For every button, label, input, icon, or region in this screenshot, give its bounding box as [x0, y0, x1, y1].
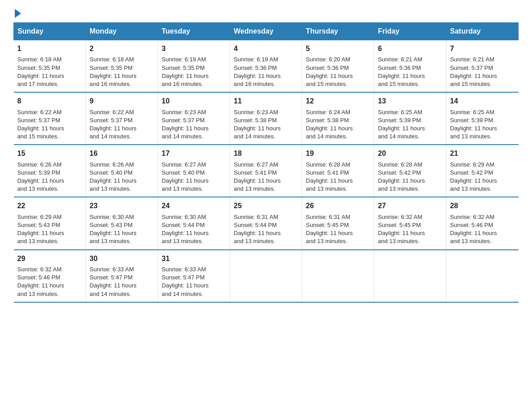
day-number: 16: [90, 149, 154, 158]
day-info: Sunrise: 6:21 AMSunset: 5:37 PMDaylight:…: [450, 56, 497, 87]
day-number: 25: [234, 201, 298, 211]
day-info: Sunrise: 6:30 AMSunset: 5:43 PMDaylight:…: [90, 214, 137, 245]
day-number: 29: [17, 254, 82, 264]
page-header: [13, 9, 519, 18]
day-number: 19: [306, 149, 370, 158]
calendar-table: SundayMondayTuesdayWednesdayThursdayFrid…: [13, 22, 519, 303]
day-info: Sunrise: 6:29 AMSunset: 5:42 PMDaylight:…: [450, 161, 497, 193]
calendar-cell: 1 Sunrise: 6:18 AMSunset: 5:35 PMDayligh…: [14, 40, 86, 93]
day-number: 8: [17, 96, 82, 106]
calendar-cell: 30 Sunrise: 6:33 AMSunset: 5:47 PMDaylig…: [86, 250, 158, 302]
day-info: Sunrise: 6:29 AMSunset: 5:43 PMDaylight:…: [17, 214, 64, 245]
calendar-cell: 22 Sunrise: 6:29 AMSunset: 5:43 PMDaylig…: [14, 197, 86, 249]
calendar-cell: 15 Sunrise: 6:26 AMSunset: 5:39 PMDaylig…: [14, 145, 86, 197]
day-number: 7: [450, 44, 515, 54]
logo: [13, 9, 22, 18]
calendar-cell: 28 Sunrise: 6:32 AMSunset: 5:46 PMDaylig…: [446, 197, 519, 249]
day-info: Sunrise: 6:19 AMSunset: 5:35 PMDaylight:…: [162, 56, 209, 87]
day-number: 17: [162, 149, 226, 158]
calendar-cell: [302, 250, 374, 302]
calendar-cell: [374, 250, 446, 302]
day-info: Sunrise: 6:28 AMSunset: 5:42 PMDaylight:…: [378, 161, 425, 193]
day-info: Sunrise: 6:18 AMSunset: 5:35 PMDaylight:…: [90, 56, 137, 87]
day-info: Sunrise: 6:28 AMSunset: 5:41 PMDaylight:…: [306, 161, 353, 193]
logo-triangle-icon: [15, 9, 21, 18]
calendar-cell: 23 Sunrise: 6:30 AMSunset: 5:43 PMDaylig…: [86, 197, 158, 249]
day-info: Sunrise: 6:32 AMSunset: 5:46 PMDaylight:…: [17, 266, 64, 297]
calendar-cell: 17 Sunrise: 6:27 AMSunset: 5:40 PMDaylig…: [158, 145, 230, 197]
calendar-cell: 12 Sunrise: 6:24 AMSunset: 5:38 PMDaylig…: [302, 92, 374, 145]
day-info: Sunrise: 6:23 AMSunset: 5:37 PMDaylight:…: [162, 109, 209, 140]
week-row-1: 1 Sunrise: 6:18 AMSunset: 5:35 PMDayligh…: [14, 40, 519, 93]
header-tuesday: Tuesday: [158, 23, 230, 40]
day-info: Sunrise: 6:25 AMSunset: 5:39 PMDaylight:…: [450, 109, 497, 140]
day-number: 28: [450, 201, 515, 211]
day-number: 15: [17, 149, 82, 158]
day-info: Sunrise: 6:27 AMSunset: 5:41 PMDaylight:…: [234, 161, 281, 193]
day-number: 10: [162, 96, 226, 106]
day-number: 14: [450, 96, 515, 106]
header-monday: Monday: [86, 23, 158, 40]
header-sunday: Sunday: [14, 23, 86, 40]
day-number: 18: [234, 149, 298, 158]
day-info: Sunrise: 6:32 AMSunset: 5:45 PMDaylight:…: [378, 214, 425, 245]
day-info: Sunrise: 6:24 AMSunset: 5:38 PMDaylight:…: [306, 109, 353, 140]
calendar-cell: 29 Sunrise: 6:32 AMSunset: 5:46 PMDaylig…: [14, 250, 86, 302]
day-info: Sunrise: 6:33 AMSunset: 5:47 PMDaylight:…: [162, 266, 209, 297]
day-number: 1: [17, 44, 82, 54]
calendar-cell: 11 Sunrise: 6:23 AMSunset: 5:38 PMDaylig…: [230, 92, 302, 145]
calendar-header: SundayMondayTuesdayWednesdayThursdayFrid…: [14, 23, 519, 40]
day-info: Sunrise: 6:19 AMSunset: 5:36 PMDaylight:…: [234, 56, 281, 87]
day-number: 22: [17, 201, 82, 211]
header-wednesday: Wednesday: [230, 23, 302, 40]
calendar-cell: 14 Sunrise: 6:25 AMSunset: 5:39 PMDaylig…: [446, 92, 519, 145]
day-number: 5: [306, 44, 370, 54]
day-number: 12: [306, 96, 370, 106]
header-friday: Friday: [374, 23, 446, 40]
calendar-cell: 9 Sunrise: 6:22 AMSunset: 5:37 PMDayligh…: [86, 92, 158, 145]
calendar-cell: 10 Sunrise: 6:23 AMSunset: 5:37 PMDaylig…: [158, 92, 230, 145]
week-row-2: 8 Sunrise: 6:22 AMSunset: 5:37 PMDayligh…: [14, 92, 519, 145]
calendar-cell: 4 Sunrise: 6:19 AMSunset: 5:36 PMDayligh…: [230, 40, 302, 93]
day-info: Sunrise: 6:25 AMSunset: 5:39 PMDaylight:…: [378, 109, 425, 140]
calendar-cell: 16 Sunrise: 6:26 AMSunset: 5:40 PMDaylig…: [86, 145, 158, 197]
calendar-cell: 3 Sunrise: 6:19 AMSunset: 5:35 PMDayligh…: [158, 40, 230, 93]
header-thursday: Thursday: [302, 23, 374, 40]
calendar-cell: 2 Sunrise: 6:18 AMSunset: 5:35 PMDayligh…: [86, 40, 158, 93]
day-number: 13: [378, 96, 442, 106]
day-info: Sunrise: 6:22 AMSunset: 5:37 PMDaylight:…: [17, 109, 64, 140]
calendar-cell: 21 Sunrise: 6:29 AMSunset: 5:42 PMDaylig…: [446, 145, 519, 197]
day-number: 6: [378, 44, 442, 54]
calendar-cell: 13 Sunrise: 6:25 AMSunset: 5:39 PMDaylig…: [374, 92, 446, 145]
week-row-3: 15 Sunrise: 6:26 AMSunset: 5:39 PMDaylig…: [14, 145, 519, 197]
day-number: 3: [162, 44, 226, 54]
calendar-cell: 7 Sunrise: 6:21 AMSunset: 5:37 PMDayligh…: [446, 40, 519, 93]
day-info: Sunrise: 6:31 AMSunset: 5:45 PMDaylight:…: [306, 214, 353, 245]
calendar-cell: 26 Sunrise: 6:31 AMSunset: 5:45 PMDaylig…: [302, 197, 374, 249]
calendar-cell: [230, 250, 302, 302]
week-row-4: 22 Sunrise: 6:29 AMSunset: 5:43 PMDaylig…: [14, 197, 519, 249]
week-row-5: 29 Sunrise: 6:32 AMSunset: 5:46 PMDaylig…: [14, 250, 519, 302]
day-number: 31: [162, 254, 226, 264]
header-saturday: Saturday: [446, 23, 519, 40]
day-info: Sunrise: 6:22 AMSunset: 5:37 PMDaylight:…: [90, 109, 137, 140]
day-number: 27: [378, 201, 442, 211]
calendar-cell: 25 Sunrise: 6:31 AMSunset: 5:44 PMDaylig…: [230, 197, 302, 249]
day-number: 30: [90, 254, 154, 264]
day-info: Sunrise: 6:30 AMSunset: 5:44 PMDaylight:…: [162, 214, 209, 245]
day-info: Sunrise: 6:20 AMSunset: 5:36 PMDaylight:…: [306, 56, 353, 87]
calendar-cell: 27 Sunrise: 6:32 AMSunset: 5:45 PMDaylig…: [374, 197, 446, 249]
day-number: 24: [162, 201, 226, 211]
header-row: SundayMondayTuesdayWednesdayThursdayFrid…: [14, 23, 519, 40]
day-info: Sunrise: 6:31 AMSunset: 5:44 PMDaylight:…: [234, 214, 281, 245]
calendar-body: 1 Sunrise: 6:18 AMSunset: 5:35 PMDayligh…: [14, 40, 519, 302]
calendar-cell: 6 Sunrise: 6:21 AMSunset: 5:36 PMDayligh…: [374, 40, 446, 93]
day-info: Sunrise: 6:27 AMSunset: 5:40 PMDaylight:…: [162, 161, 209, 193]
day-info: Sunrise: 6:26 AMSunset: 5:40 PMDaylight:…: [90, 161, 137, 193]
calendar-cell: 18 Sunrise: 6:27 AMSunset: 5:41 PMDaylig…: [230, 145, 302, 197]
day-number: 2: [90, 44, 154, 54]
day-number: 11: [234, 96, 298, 106]
day-info: Sunrise: 6:26 AMSunset: 5:39 PMDaylight:…: [17, 161, 64, 193]
calendar-cell: 31 Sunrise: 6:33 AMSunset: 5:47 PMDaylig…: [158, 250, 230, 302]
calendar-cell: 20 Sunrise: 6:28 AMSunset: 5:42 PMDaylig…: [374, 145, 446, 197]
